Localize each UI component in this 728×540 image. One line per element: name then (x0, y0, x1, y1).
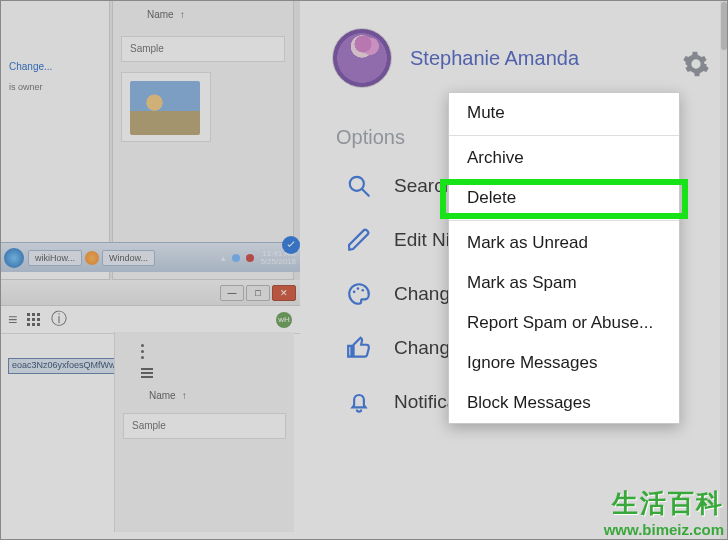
menu-separator (449, 135, 679, 136)
contact-header: Stephanie Amanda (300, 0, 720, 96)
maximize-icon[interactable]: □ (246, 285, 270, 301)
bell-icon (346, 389, 372, 415)
watermark-title: 生活百科 (604, 486, 724, 521)
owner-text: is owner (1, 76, 109, 98)
bg-panel-list: Name ↑ Sample (112, 0, 294, 280)
menu-item-archive[interactable]: Archive (449, 138, 679, 178)
svg-point-2 (353, 291, 356, 294)
info-icon[interactable]: ⓘ (51, 309, 67, 330)
avatar[interactable] (332, 28, 392, 88)
search-icon (346, 173, 372, 199)
bg-panel-list-lower: Name ↑ Sample (114, 332, 294, 532)
list-icon[interactable] (141, 368, 153, 378)
svg-line-1 (362, 189, 369, 196)
palette-icon (346, 281, 372, 307)
window-titlebar[interactable]: — □ ✕ (0, 280, 300, 306)
menu-item-ignore[interactable]: Ignore Messages (449, 343, 679, 383)
tray-icon[interactable] (246, 254, 254, 262)
start-button-icon[interactable] (4, 248, 24, 268)
svg-point-4 (361, 289, 364, 292)
name-col[interactable]: Name (149, 390, 176, 401)
pencil-icon (346, 227, 372, 253)
grid-icon[interactable] (27, 313, 41, 327)
selected-check-icon (282, 236, 300, 254)
toolbar: ≡ ⓘ wH (0, 306, 300, 334)
media-icon[interactable] (85, 251, 99, 265)
scrollbar[interactable] (720, 0, 728, 540)
change-link[interactable]: Change... (1, 1, 109, 76)
sort-arrow-icon: ↑ (180, 9, 185, 20)
context-menu: Mute Archive Delete Mark as Unread Mark … (448, 92, 680, 424)
menu-item-mute[interactable]: Mute (449, 93, 679, 133)
menu-item-mark-spam[interactable]: Mark as Spam (449, 263, 679, 303)
menu-item-report[interactable]: Report Spam or Abuse... (449, 303, 679, 343)
svg-point-3 (357, 287, 360, 290)
list-item[interactable]: Sample (121, 36, 285, 62)
minimize-icon[interactable]: — (220, 285, 244, 301)
close-icon[interactable]: ✕ (272, 285, 296, 301)
watermark-url: www.bimeiz.com (604, 521, 724, 538)
scrollbar-thumb[interactable] (721, 2, 727, 50)
menu-item-mark-unread[interactable]: Mark as Unread (449, 223, 679, 263)
windows-taskbar[interactable]: wikiHow... Window... ▴ 11:41 AM 5/25/201… (0, 242, 300, 272)
sort-arrow-icon: ↑ (182, 390, 187, 401)
tray-icon[interactable] (232, 254, 240, 262)
list-header: Name ↑ (113, 1, 293, 28)
gear-icon[interactable] (682, 50, 710, 78)
watermark: 生活百科 www.bimeiz.com (604, 486, 724, 538)
taskbar-button[interactable]: wikiHow... (28, 250, 82, 266)
chevron-up-icon[interactable]: ▴ (221, 253, 226, 263)
taskbar-button[interactable]: Window... (102, 250, 155, 266)
list-item[interactable] (121, 72, 211, 142)
bars-icon[interactable]: ≡ (8, 311, 17, 329)
background-windows: Change... is owner Name ↑ Sample wikiHow… (0, 0, 300, 540)
name-col[interactable]: Name (147, 9, 174, 20)
menu-item-block[interactable]: Block Messages (449, 383, 679, 423)
menu-item-delete[interactable]: Delete (449, 178, 679, 218)
kebab-icon[interactable] (141, 344, 145, 359)
bg-panel-left: Change... is owner (0, 0, 110, 280)
thumbs-up-icon (346, 335, 372, 361)
clock-date: 5/25/2018 (260, 258, 296, 266)
contact-name[interactable]: Stephanie Amanda (410, 47, 579, 70)
wikihow-logo-icon[interactable]: wH (276, 312, 292, 328)
list-item[interactable]: Sample (123, 413, 286, 439)
thumbnail-image (130, 81, 200, 135)
menu-separator (449, 220, 679, 221)
